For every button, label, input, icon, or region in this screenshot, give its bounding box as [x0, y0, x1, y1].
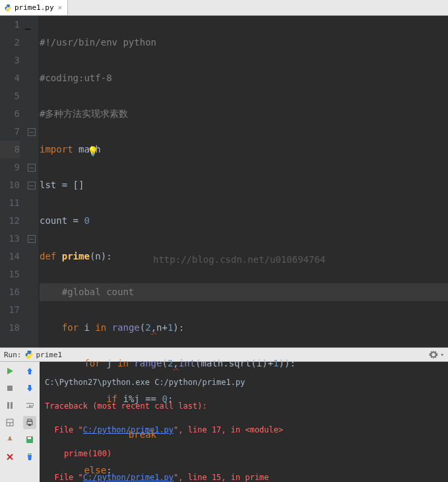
svg-rect-1: [7, 402, 9, 409]
line-number-gutter: 123456789101112131415161718: [0, 16, 25, 347]
python-file-icon: [4, 4, 12, 12]
intention-bulb-icon[interactable]: 💡: [87, 143, 98, 160]
code-editor[interactable]: 123456789101112131415161718 ⎯ #!/usr/bin…: [0, 16, 448, 347]
fold-marker-icon[interactable]: [28, 164, 36, 172]
run-toolbar: [0, 362, 40, 482]
pin-button[interactable]: [3, 433, 16, 446]
tab-close-icon[interactable]: ×: [57, 3, 64, 12]
tab-label: prime1.py: [15, 3, 54, 12]
editor-tab[interactable]: prime1.py ×: [0, 0, 68, 15]
stop-button[interactable]: [3, 382, 16, 395]
svg-rect-2: [11, 402, 13, 409]
rerun-button[interactable]: [3, 364, 16, 378]
run-label: Run:: [4, 351, 22, 359]
close-run-button[interactable]: [3, 450, 16, 464]
soft-wrap-button[interactable]: [23, 399, 36, 412]
print-button[interactable]: [23, 416, 36, 429]
layout-button[interactable]: [3, 416, 16, 429]
fold-marker-icon[interactable]: [28, 128, 36, 136]
pause-button[interactable]: [3, 399, 16, 412]
fold-marker-icon[interactable]: [28, 182, 36, 189]
save-output-button[interactable]: [23, 433, 36, 446]
scroll-up-button[interactable]: [23, 364, 36, 378]
tab-bar: prime1.py ×: [0, 0, 448, 16]
python-config-icon: [24, 350, 34, 359]
svg-rect-7: [28, 419, 32, 421]
watermark-text: http://blog.csdn.net/u010694764: [153, 251, 325, 269]
svg-rect-10: [28, 437, 31, 439]
svg-rect-8: [28, 424, 31, 426]
scroll-down-button[interactable]: [23, 382, 36, 395]
clear-button[interactable]: [23, 450, 36, 464]
code-content[interactable]: #!/usr/bin/env python #coding:utf-8 #多种方…: [38, 16, 448, 347]
fold-gutter: ⎯: [25, 16, 38, 347]
svg-rect-0: [7, 386, 13, 391]
fold-marker-icon[interactable]: [28, 235, 36, 243]
